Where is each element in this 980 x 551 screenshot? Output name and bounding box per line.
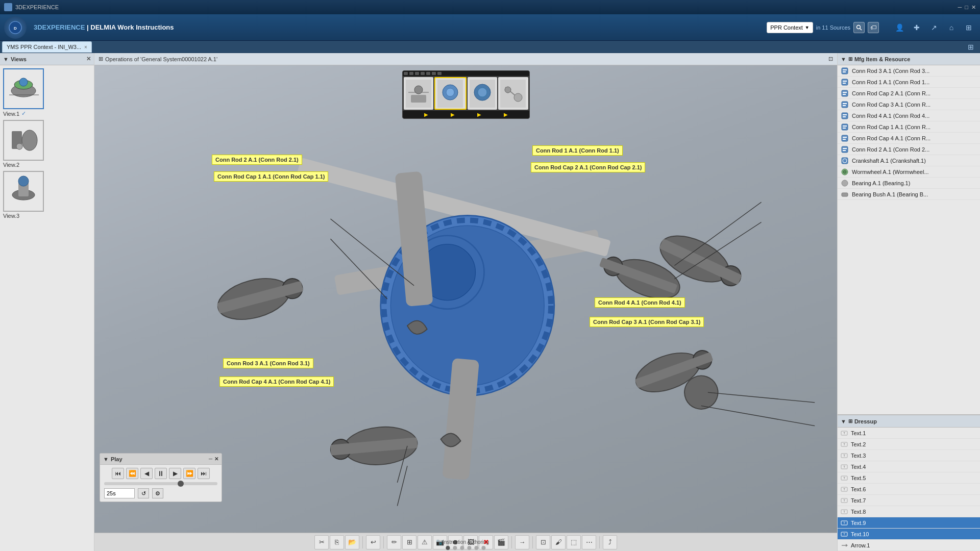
dressup-item-text2[interactable]: T Text.2 (838, 439, 980, 450)
mfg-item-8[interactable]: Crankshaft A.1 (Crankshaft.1) (838, 155, 980, 166)
step-forward-btn[interactable]: ▶ (169, 468, 181, 479)
btm-open-btn[interactable]: 📂 (345, 535, 359, 549)
play-collapse-icon[interactable]: ▼ (103, 456, 109, 462)
mfg-item-0[interactable]: Conn Rod 3 A.1 (Conn Rod 3... (838, 65, 980, 77)
new-tab-btn[interactable]: ⊞ (964, 43, 978, 51)
rewind-btn[interactable]: ⏪ (126, 468, 138, 479)
svg-rect-74 (843, 103, 847, 104)
mfg-item-6[interactable]: Conn Rod Cap 4 A.1 (Conn R... (838, 133, 980, 144)
svg-text:T: T (843, 432, 845, 435)
dot-5[interactable] (474, 546, 478, 550)
svg-point-19 (414, 86, 423, 94)
play-settings-btn[interactable]: ⚙ (152, 488, 163, 498)
film-strip: ▶ ▶ ▶ ▶ (402, 70, 530, 119)
pause-btn[interactable]: ⏸ (155, 468, 167, 479)
btm-cut-btn[interactable]: ✂ (314, 535, 329, 549)
btm-undo-btn[interactable]: ↩ (366, 535, 380, 549)
view-item-3[interactable]: View.3 (3, 171, 91, 219)
dressup-item-text3[interactable]: T Text.3 (838, 450, 980, 461)
user-btn[interactable]: 👤 (892, 20, 906, 35)
mfg-collapse-icon[interactable]: ▼ (841, 56, 846, 62)
dressup-item-arrow1[interactable]: Arrow.1 (838, 540, 980, 551)
dressup-text3-label: Text.3 (851, 453, 866, 459)
mfg-item-5[interactable]: Conn Rod Cap 1 A.1 (Conn R... (838, 121, 980, 133)
mfg-item-2[interactable]: Conn Rod Cap 2 A.1 (Conn R... (838, 88, 980, 99)
step-back-btn[interactable]: ◀ (140, 468, 153, 479)
view-item-2[interactable]: View.2 (3, 120, 91, 168)
svg-point-11 (22, 130, 37, 151)
views-panel-close-btn[interactable]: ✕ (86, 56, 91, 62)
dot-4[interactable] (467, 546, 471, 550)
tag-btn[interactable]: 🏷 (868, 22, 879, 33)
dressup-collapse-icon[interactable]: ▼ (841, 418, 846, 424)
mfg-item-9[interactable]: Wormwheel A.1 (Wormwheel... (838, 166, 980, 178)
tab-label: YMS PPR Context - INI_W3... (7, 44, 81, 50)
close-window-btn[interactable]: ✕ (971, 4, 976, 11)
mfg-item-11[interactable]: Bearing Bush A.1 (Bearing B... (838, 189, 980, 200)
tab-close-btn[interactable]: × (84, 44, 87, 50)
dressup-item-text6[interactable]: T Text.6 (838, 484, 980, 495)
dot-6[interactable] (481, 546, 485, 550)
film-frame-2[interactable] (434, 77, 467, 110)
search-btn[interactable] (853, 22, 865, 33)
grid-btn[interactable]: ⊞ (962, 20, 976, 35)
dressup-item-text8[interactable]: T Text.8 (838, 506, 980, 517)
views-collapse-icon[interactable]: ▼ (3, 56, 9, 62)
svg-point-92 (842, 180, 848, 186)
play-time-input[interactable] (104, 488, 135, 498)
mfg-item-10[interactable]: Bearing A.1 (Bearing.1) (838, 178, 980, 189)
play-refresh-btn[interactable]: ↺ (138, 488, 149, 498)
dressup-item-text10[interactable]: T Text.10 (838, 529, 980, 540)
dot-2[interactable] (453, 546, 457, 550)
dressup-item-text5[interactable]: T Text.5 (838, 472, 980, 484)
skip-end-btn[interactable]: ⏭ (198, 468, 210, 479)
btm-brush-btn[interactable]: 🖌 (551, 535, 566, 549)
add-btn[interactable]: ✚ (910, 20, 924, 35)
btm-more-btn[interactable]: ⋯ (582, 535, 596, 549)
film-frame-3[interactable] (468, 77, 498, 110)
active-tab[interactable]: YMS PPR Context - INI_W3... × (2, 41, 92, 53)
btm-edit-btn[interactable]: ✏ (387, 535, 401, 549)
home-btn[interactable]: ⌂ (944, 20, 959, 35)
progress-track[interactable] (104, 482, 217, 485)
dressup-item-text7[interactable]: T Text.7 (838, 495, 980, 506)
dot-3[interactable] (460, 546, 464, 550)
view-1-label: View.1 ✓ (3, 110, 91, 117)
skip-start-btn[interactable]: ⏮ (112, 468, 124, 479)
btm-select-btn[interactable]: ⬚ (567, 535, 581, 549)
minimize-btn[interactable]: ─ (958, 4, 962, 11)
svg-rect-64 (842, 68, 848, 74)
progress-thumb[interactable] (178, 481, 184, 487)
btm-scene-btn[interactable]: 🎬 (494, 535, 508, 549)
btm-export-btn[interactable]: ⤴ (603, 535, 617, 549)
mfg-item-3[interactable]: Conn Rod Cap 3 A.1 (Conn R... (838, 99, 980, 110)
maximize-btn[interactable]: □ (965, 4, 968, 11)
viewport[interactable]: ▶ ▶ ▶ ▶ (94, 65, 837, 533)
btm-arrow-btn[interactable]: → (515, 535, 529, 549)
svg-rect-20 (411, 95, 426, 103)
view-item-1[interactable]: View.1 ✓ (3, 68, 91, 117)
mfg-item-7[interactable]: Conn Rod 2 A.1 (Conn Rod 2... (838, 144, 980, 155)
dressup-item-text4[interactable]: T Text.4 (838, 461, 980, 472)
mfg-item-1[interactable]: Conn Rod 1 A.1 (Conn Rod 1... (838, 77, 980, 88)
fast-forward-btn[interactable]: ⏩ (183, 468, 195, 479)
dressup-item-text9[interactable]: T Text.9 (838, 517, 980, 529)
svg-rect-78 (843, 116, 846, 117)
film-frame-1[interactable] (404, 77, 434, 110)
expand-icon[interactable]: ⊡ (828, 56, 833, 62)
main-area: ▼ Views ✕ (0, 53, 980, 551)
dressup-text7-label: Text.7 (851, 497, 866, 504)
btm-capture-btn[interactable]: ⊡ (536, 535, 550, 549)
svg-rect-85 (842, 146, 848, 153)
btm-warning-btn[interactable]: ⚠ (418, 535, 432, 549)
play-minimize-btn[interactable]: ─ (209, 456, 212, 462)
mfg-item-4[interactable]: Conn Rod 4 A.1 (Conn Rod 4... (838, 110, 980, 121)
btm-filter-btn[interactable]: ⊞ (402, 535, 416, 549)
play-close-btn[interactable]: ✕ (214, 456, 218, 462)
btm-copy-btn[interactable]: ⎘ (330, 535, 344, 549)
dressup-item-text1[interactable]: T Text.1 (838, 428, 980, 439)
share-btn[interactable]: ↗ (927, 20, 941, 35)
film-frame-4[interactable] (498, 77, 528, 110)
ppr-context-btn[interactable]: PPR Context ▼ (767, 22, 813, 33)
dot-1[interactable] (446, 546, 450, 550)
